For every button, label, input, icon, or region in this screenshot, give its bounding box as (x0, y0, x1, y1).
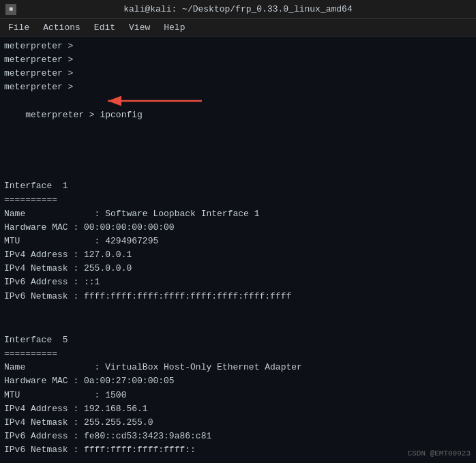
separator-1: ========== (4, 194, 472, 207)
menu-bar: File Actions Edit View Help (0, 19, 476, 37)
separator-5: ========== (4, 347, 472, 361)
blank-line (4, 303, 472, 317)
terminal-line: meterpreter > (4, 40, 472, 53)
menu-edit[interactable]: Edit (89, 21, 121, 34)
field-ipv4mask-5: IPv4 Netmask : 255.255.255.0 (4, 416, 472, 430)
blank-line (4, 457, 472, 463)
window-icon: ■ (5, 4, 16, 15)
field-ipv4addr-1: IPv4 Address : 127.0.0.1 (4, 248, 472, 262)
field-mtu-1: MTU : 4294967295 (4, 235, 472, 248)
field-ipv6addr-5: IPv6 Address : fe80::cd53:3423:9a86:c81 (4, 430, 472, 443)
blank-line (4, 163, 472, 177)
field-name-1: Name : Software Loopback Interface 1 (4, 207, 472, 221)
window-title: kali@kali: ~/Desktop/frp_0.33.0_linux_am… (123, 4, 352, 14)
field-ipv4addr-5: IPv4 Address : 192.168.56.1 (4, 402, 472, 416)
interface-5-header: Interface 5 (4, 333, 472, 347)
title-bar: ■ kali@kali: ~/Desktop/frp_0.33.0_linux_… (0, 0, 476, 19)
field-ipv6addr-1: IPv6 Address : ::1 (4, 275, 472, 289)
menu-view[interactable]: View (123, 21, 155, 34)
terminal[interactable]: meterpreter > meterpreter > meterpreter … (0, 37, 476, 463)
menu-help[interactable]: Help (158, 21, 190, 34)
field-hwmac-5: Hardware MAC : 0a:00:27:00:00:05 (4, 374, 472, 388)
field-hwmac-1: Hardware MAC : 00:00:00:00:00:00 (4, 221, 472, 235)
watermark: CSDN @EMT00923 (408, 449, 471, 458)
terminal-line: meterpreter > (4, 67, 472, 80)
blank-line (4, 317, 472, 331)
menu-file[interactable]: File (3, 21, 35, 34)
field-ipv4mask-1: IPv4 Netmask : 255.0.0.0 (4, 262, 472, 275)
field-mtu-5: MTU : 1500 (4, 389, 472, 402)
terminal-line: meterpreter > (4, 53, 472, 67)
arrow-annotation (100, 93, 209, 108)
terminal-line: meterpreter > (4, 80, 472, 94)
menu-actions[interactable]: Actions (38, 21, 86, 34)
interface-1-header: Interface 1 (4, 179, 472, 193)
field-ipv6mask-1: IPv6 Netmask : ffff:ffff:ffff:ffff:ffff:… (4, 290, 472, 303)
command-line: meterpreter > ipconfig (4, 95, 472, 164)
field-ipv6mask-5: IPv6 Netmask : ffff:ffff:ffff:ffff:: (4, 443, 472, 457)
field-name-5: Name : VirtualBox Host-Only Ethernet Ada… (4, 361, 472, 374)
